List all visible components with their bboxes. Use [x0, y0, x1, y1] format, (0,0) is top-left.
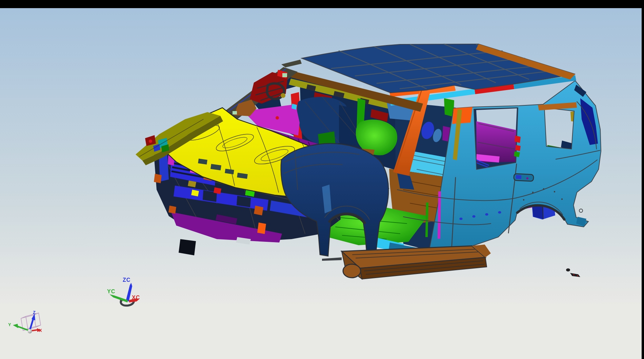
wcs-y-label: YC	[107, 289, 115, 294]
wcs-x-label: XC	[132, 295, 140, 300]
cad-application-window: ZC YC XC Z Y X	[0, 0, 644, 359]
tow-bracket	[179, 239, 196, 255]
b-pillar-top-bracket[interactable]	[452, 107, 472, 124]
rear-door-opening-interior	[475, 108, 517, 168]
view-triad[interactable]: Z Y X	[8, 310, 42, 334]
running-board[interactable]	[322, 245, 491, 279]
view-y-label: Y	[8, 322, 11, 327]
wcs-z-label: ZC	[123, 277, 130, 283]
cad-model[interactable]	[136, 44, 601, 279]
door-handle-recess	[514, 173, 534, 181]
top-letterbox-bar	[0, 0, 644, 8]
front-fender-near[interactable]	[281, 143, 388, 260]
detached-small-parts[interactable]	[566, 269, 580, 277]
view-x-label: X	[39, 328, 42, 333]
right-letterbox-bar	[642, 0, 644, 359]
cad-3d-viewport[interactable]: ZC YC XC Z Y X	[0, 0, 644, 359]
wcs-triad[interactable]: ZC YC XC	[107, 277, 140, 305]
view-z-label: Z	[33, 310, 36, 315]
